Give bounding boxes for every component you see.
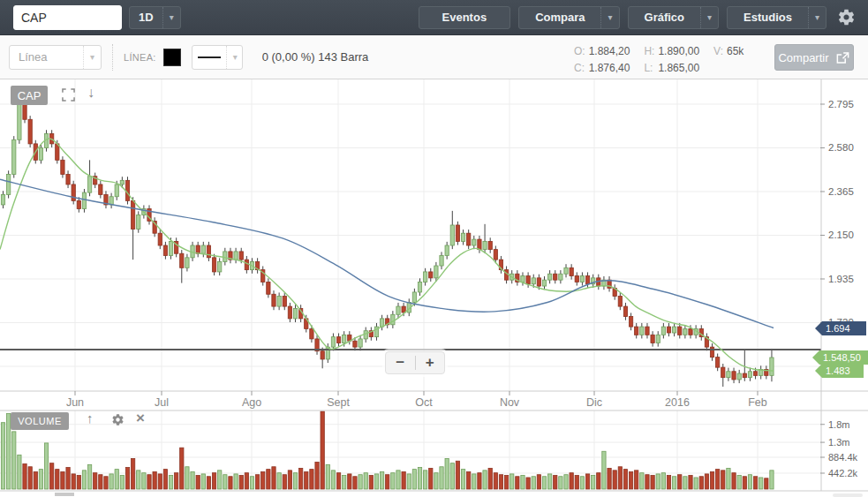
charting-application: 1D ▾ Eventos Compara ▾ Gráfico ▾ Estudio… xyxy=(0,0,868,497)
symbol-badge: CAP xyxy=(11,86,48,105)
chevron-down-icon[interactable]: ▾ xyxy=(226,46,244,69)
line-color-label: LÍNEA: xyxy=(124,52,156,63)
volume-settings-gear-icon[interactable] xyxy=(111,413,125,427)
high-value: 1.890,00 xyxy=(658,43,712,58)
period-label: 1D xyxy=(130,7,162,28)
chart-settings-toolbar: Línea ▾ LÍNEA: ▾ 0 (0,00 %) 143 Barra O:… xyxy=(0,35,868,79)
ohlc-quote: O: 1.884,20 H: 1.890,00 V: 65k C: 1.876,… xyxy=(572,41,758,77)
volume-value: 65k xyxy=(727,43,756,58)
svg-text:1.935: 1.935 xyxy=(828,274,854,284)
toolbar-button-group: Eventos Compara ▾ Gráfico ▾ Estudios ▾ xyxy=(411,6,859,29)
chevron-down-icon[interactable]: ▾ xyxy=(600,7,618,28)
top-toolbar: 1D ▾ Eventos Compara ▾ Gráfico ▾ Estudio… xyxy=(0,0,868,35)
line-color-swatch[interactable] xyxy=(163,49,181,66)
svg-text:1.3m: 1.3m xyxy=(828,437,849,448)
expand-icon[interactable] xyxy=(62,88,76,102)
volume-label: V: xyxy=(713,43,725,58)
chevron-down-icon[interactable]: ▾ xyxy=(808,7,826,28)
compare-button[interactable]: Compara ▾ xyxy=(518,6,619,29)
svg-text:1.8m: 1.8m xyxy=(828,419,849,430)
move-down-icon[interactable]: ↓ xyxy=(87,85,94,101)
ma-blue-price-tag: 1.694 xyxy=(815,321,866,335)
volume-badge: VOLUME xyxy=(11,412,69,430)
close-value: 1.876,40 xyxy=(589,60,643,75)
zoom-control: − + xyxy=(385,351,445,374)
scrollbar-thumb[interactable] xyxy=(833,493,863,497)
chart-panel: 2.7952.5802.3652.1501.9351.7201.8m1.3m88… xyxy=(0,79,868,497)
line-style-select[interactable]: ▾ xyxy=(192,45,243,70)
svg-text:Jul: Jul xyxy=(155,396,169,409)
low-value: 1.865,00 xyxy=(658,60,712,75)
price-chart[interactable]: 2.7952.5802.3652.1501.9351.7201.8m1.3m88… xyxy=(0,79,868,497)
move-up-icon[interactable]: ↑ xyxy=(87,410,94,425)
zoom-out-button[interactable]: − xyxy=(386,352,415,373)
share-button[interactable]: Compartir xyxy=(774,44,854,71)
svg-text:884.4k: 884.4k xyxy=(828,452,858,463)
chevron-down-icon[interactable]: ▾ xyxy=(83,46,101,69)
svg-text:2016: 2016 xyxy=(665,396,690,409)
chevron-down-icon[interactable]: ▾ xyxy=(700,7,718,28)
open-label: O: xyxy=(574,43,587,58)
scrollbar-thumb[interactable] xyxy=(55,493,74,496)
divider xyxy=(112,44,113,71)
svg-text:Feb: Feb xyxy=(748,396,767,409)
close-volume-icon[interactable]: × xyxy=(136,410,145,427)
svg-text:Jun: Jun xyxy=(66,396,84,409)
chart-type-select[interactable]: Línea ▾ xyxy=(9,45,102,70)
svg-text:2.580: 2.580 xyxy=(828,142,854,153)
settings-gear-icon[interactable] xyxy=(837,8,856,26)
svg-text:Dic: Dic xyxy=(586,396,602,409)
svg-text:2.150: 2.150 xyxy=(828,230,854,240)
events-button[interactable]: Eventos xyxy=(419,6,511,29)
zoom-in-button[interactable]: + xyxy=(416,352,445,373)
svg-text:2.795: 2.795 xyxy=(828,99,854,109)
share-icon xyxy=(835,51,850,64)
last-price-tag: 1.548,50 xyxy=(812,350,868,365)
symbol-input[interactable] xyxy=(13,5,122,30)
line-style-glyph xyxy=(198,56,221,58)
close-label: C: xyxy=(574,60,587,75)
high-label: H: xyxy=(644,43,656,58)
studies-button[interactable]: Estudios ▾ xyxy=(727,6,826,29)
chevron-down-icon[interactable]: ▾ xyxy=(162,7,180,28)
svg-text:442.2k: 442.2k xyxy=(828,468,858,478)
svg-text:Ago: Ago xyxy=(242,396,261,409)
bar-change-info: 0 (0,00 %) 143 Barra xyxy=(262,50,369,64)
low-label: L: xyxy=(644,60,656,75)
period-selector[interactable]: 1D ▾ xyxy=(129,6,181,29)
svg-text:2.365: 2.365 xyxy=(828,186,854,197)
chart-button[interactable]: Gráfico ▾ xyxy=(628,6,720,29)
ma-green-price-tag: 1.483 xyxy=(815,364,864,378)
svg-text:Sept: Sept xyxy=(327,396,350,409)
svg-text:Nov: Nov xyxy=(500,396,520,409)
open-value: 1.884,20 xyxy=(589,43,643,58)
svg-text:Oct: Oct xyxy=(415,396,433,409)
